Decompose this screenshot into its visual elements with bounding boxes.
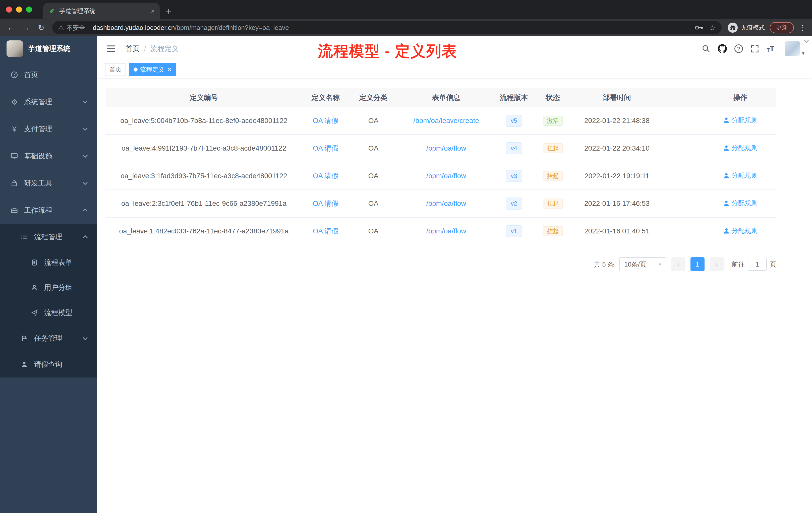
sidebar-item-label: 流程管理 [34, 232, 62, 242]
assign-rule-button[interactable]: 分配规则 [723, 144, 758, 152]
flag-icon [20, 335, 29, 342]
form-info-link[interactable]: /bpm/oa/leave/create [413, 117, 479, 124]
deploy-time: 2022-01-16 17:46:53 [573, 190, 661, 217]
sidebar-item-process-management[interactable]: 流程管理 [0, 224, 97, 250]
reload-icon[interactable]: ↻ [34, 21, 48, 35]
tag-home[interactable]: 首页 [105, 63, 126, 76]
paper-plane-icon [30, 309, 39, 316]
browser-tab[interactable]: 芋道管理系统 × [43, 3, 160, 19]
form-info-link[interactable]: /bpm/oa/flow [426, 200, 466, 207]
bookmark-star-icon[interactable]: ☆ [709, 23, 716, 32]
chevron-down-icon [83, 180, 88, 185]
hamburger-icon[interactable] [105, 44, 117, 54]
font-size-icon[interactable]: TT [766, 44, 774, 53]
assign-rule-button[interactable]: 分配规则 [723, 199, 758, 208]
tab-close-icon[interactable]: × [151, 7, 155, 15]
person-icon [723, 117, 730, 123]
users-icon [30, 284, 39, 291]
table-header-row: 定义编号 定义名称 定义分类 表单信息 流程版本 状态 部署时间 操作 [106, 88, 776, 107]
col-deploy-time: 部署时间 [573, 88, 661, 107]
page-unit-label: 页 [770, 260, 776, 269]
goto-page-input[interactable] [748, 258, 767, 271]
briefcase-icon [10, 207, 19, 214]
sidebar-item-system[interactable]: ⚙ 系统管理 [0, 88, 97, 116]
sidebar-item-payment[interactable]: ¥ 支付管理 [0, 116, 97, 143]
breadcrumb-home[interactable]: 首页 [125, 44, 140, 54]
active-dot [134, 67, 138, 71]
goto-label: 前往 [732, 260, 745, 269]
sidebar-item-user-group[interactable]: 用户分组 [0, 275, 97, 300]
sidebar-item-process-model[interactable]: 流程模型 [0, 300, 97, 325]
search-icon[interactable] [702, 44, 710, 53]
definition-id: oa_leave:4:991f2193-7b7f-11ec-a3c8-acde4… [106, 134, 302, 162]
table-row: oa_leave:3:1fad3d93-7b75-11ec-a3c8-acde4… [106, 162, 776, 190]
page-size-select[interactable]: 10条/页 ▾ [619, 257, 666, 271]
help-icon[interactable]: ? [734, 44, 743, 53]
total-count: 共 5 条 [594, 260, 614, 269]
browser-window: 芋道管理系统 × + ← → ↻ ⚠ 不安全 dashboard.yudao.i… [0, 0, 812, 36]
filler-cell [661, 217, 704, 245]
security-indicator[interactable]: ⚠ 不安全 [58, 24, 85, 32]
github-icon[interactable] [718, 44, 727, 53]
col-process-version: 流程版本 [495, 88, 533, 107]
sidebar-item-label: 首页 [24, 70, 38, 80]
filler-cell [661, 162, 704, 190]
tab-favicon-leaf-icon [48, 7, 55, 14]
status-badge: 挂起 [543, 226, 563, 236]
definition-name-link[interactable]: OA 请假 [313, 200, 339, 207]
avatar[interactable] [785, 41, 800, 56]
sidebar-item-label: 基础设施 [24, 151, 52, 161]
close-window-button[interactable] [6, 6, 12, 12]
sidebar-item-infrastructure[interactable]: 基础设施 [0, 143, 97, 170]
form-info-link[interactable]: /bpm/oa/flow [426, 227, 466, 235]
minimize-window-button[interactable] [16, 6, 22, 12]
tag-close-icon[interactable]: × [168, 66, 171, 73]
definition-name-link[interactable]: OA 请假 [313, 172, 339, 180]
back-icon[interactable]: ← [4, 21, 18, 35]
main-area: 首页 / 流程定义 ? TT ▾ [97, 36, 812, 513]
assign-rule-button[interactable]: 分配规则 [723, 171, 758, 180]
col-definition-id: 定义编号 [106, 88, 302, 107]
app-logo-row[interactable]: 芋道管理系统 [0, 36, 97, 61]
sidebar-item-workflow[interactable]: 工作流程 [0, 197, 97, 224]
tag-process-definition[interactable]: 流程定义 × [129, 63, 176, 76]
definition-table: 定义编号 定义名称 定义分类 表单信息 流程版本 状态 部署时间 操作 oa_l… [106, 88, 776, 245]
zoom-window-button[interactable] [26, 6, 32, 12]
definition-name-link[interactable]: OA 请假 [313, 227, 339, 235]
url-path: /bpm/manager/definition?key=oa_leave [175, 24, 289, 31]
assign-rule-button[interactable]: 分配规则 [723, 116, 758, 125]
filler-cell [661, 134, 704, 162]
sidebar-item-label: 工作流程 [24, 206, 52, 215]
sidebar-item-label: 流程表单 [44, 258, 72, 267]
update-button[interactable]: 更新 [770, 22, 794, 33]
status-badge: 挂起 [543, 171, 563, 181]
sidebar-item-label: 研发工具 [24, 178, 52, 188]
definition-name-link[interactable]: OA 请假 [313, 144, 339, 152]
form-info-link[interactable]: /bpm/oa/flow [426, 144, 466, 152]
key-icon[interactable] [695, 25, 704, 31]
assign-rule-button[interactable]: 分配规则 [723, 227, 758, 235]
fullscreen-icon[interactable] [751, 44, 759, 53]
sidebar-item-process-form[interactable]: 流程表单 [0, 250, 97, 275]
definition-name-link[interactable]: OA 请假 [313, 117, 339, 124]
forward-icon[interactable]: → [19, 21, 33, 35]
user-menu[interactable]: ▾ [785, 41, 805, 56]
next-page-button[interactable]: › [709, 257, 724, 271]
navbar-actions: ? TT ▾ [702, 41, 805, 56]
sidebar-item-label: 支付管理 [24, 124, 52, 134]
form-info-link[interactable]: /bpm/oa/flow [426, 172, 466, 180]
definition-category: OA [349, 162, 397, 190]
page-number-button[interactable]: 1 [691, 257, 704, 271]
browser-menu-icon[interactable]: ⋮ [797, 24, 808, 32]
prev-page-button[interactable]: ‹ [671, 257, 686, 271]
sidebar-item-devtools[interactable]: 研发工具 [0, 170, 97, 197]
chevron-down-icon [83, 153, 88, 158]
new-tab-button[interactable]: + [166, 6, 171, 17]
sidebar-item-leave-query[interactable]: 请假查询 [0, 351, 97, 378]
sidebar-item-home[interactable]: 首页 [0, 61, 97, 88]
pagination: 共 5 条 10条/页 ▾ ‹ 1 › 前往 页 [106, 257, 776, 271]
address-bar[interactable]: ⚠ 不安全 dashboard.yudao.iocoder.cn/bpm/man… [52, 21, 722, 34]
breadcrumb-current: 流程定义 [151, 44, 179, 54]
sidebar-item-task-management[interactable]: 任务管理 [0, 325, 97, 351]
url-text: dashboard.yudao.iocoder.cn/bpm/manager/d… [93, 24, 289, 32]
